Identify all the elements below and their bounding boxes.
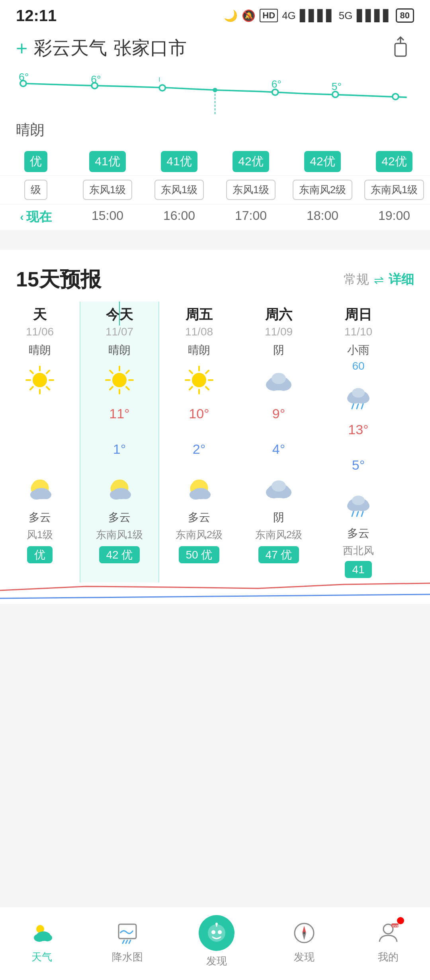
toggle-detail[interactable]: 详细 [389,271,414,288]
date-today: 11/07 [106,325,133,338]
svg-line-32 [110,370,113,373]
svg-point-26 [40,490,51,499]
nav-item-precipitation[interactable]: 降水图 [112,919,143,964]
status-icons: 🌙 🔕 HD 4G ▋▋▋▋ 5G ▋▋▋▋ 80 [224,8,414,23]
rain-map-icon [115,921,139,945]
nav-label-weather: 天气 [31,950,52,964]
cond-night-sat: 阴 [273,510,284,525]
aqi-badge-sun: 41 [345,561,371,578]
nav-label-discover-center: 发现 [206,954,227,968]
wind-badge-4: 东南风2级 [293,180,352,200]
svg-text:6°: 6° [19,73,29,83]
low-temp-fri: 2° [193,441,206,457]
app-title-area: + 彩云天气 张家口市 [16,36,187,61]
add-location-button[interactable]: + [16,37,27,60]
cond-day-sun: 小雨 [347,342,369,358]
signal2-icon: ▋▋▋▋ [357,9,392,22]
forecast-grid[interactable]: 天 11/06 晴朗 [0,302,430,604]
svg-point-85 [215,923,218,925]
icon-night-sat [261,470,297,506]
weekday-thu6: 天 [33,306,47,324]
aqi-row[interactable]: 优 41优 41优 42优 42优 42优 [0,148,430,176]
svg-point-54 [272,373,286,384]
icon-night-fri [181,470,217,506]
svg-line-63 [352,404,354,409]
profile-icon: SVIP [376,921,400,945]
time-row[interactable]: ‹ 现在 15:00 16:00 17:00 18:00 19:00 [0,204,430,230]
svg-line-71 [357,512,358,516]
aqi-cell-3: 42优 [215,148,287,175]
svg-text:5°: 5° [332,80,342,92]
svg-line-21 [47,387,49,390]
svg-point-62 [352,388,365,398]
aqi-badge-today: 42 优 [99,546,140,563]
bottom-nav: 天气 降水图 [0,907,430,980]
wind-today: 东南风1级 [96,528,143,542]
status-bar: 12:11 🌙 🔕 HD 4G ▋▋▋▋ 5G ▋▋▋▋ 80 [0,0,430,28]
svg-text:ˡ: ˡ [158,76,160,88]
svg-point-27 [112,373,127,387]
forecast-col-sat: 周六 11/09 阴 9° 4° [239,302,319,582]
wind-thu6: 风1级 [27,528,53,542]
weekday-today: 今天 [106,306,133,324]
wind-badge-3: 东风1级 [226,180,276,200]
svg-point-69 [352,496,365,505]
nav-item-discover-center[interactable]: 发现 [199,915,235,968]
svg-point-38 [120,490,131,499]
wind-cell-5: 东南风1级 [358,176,430,204]
forecast-scroll: 天 11/06 晴朗 [0,302,430,582]
wind-badge-1: 东风1级 [83,180,132,200]
section-spacer [0,230,430,242]
forecast-toggle[interactable]: 常规 ⇌ 详细 [344,271,414,288]
share-button[interactable] [392,36,414,60]
nav-item-profile[interactable]: SVIP 我的 [374,919,402,964]
nav-item-weather[interactable]: 天气 [28,919,56,964]
forecast-title: 15天预报 [16,266,101,294]
wind-cell-2: 东风1级 [143,176,215,204]
cloud-sun-icon [30,921,54,945]
app-header: + 彩云天气 张家口市 [0,28,430,69]
weekday-fri: 周五 [186,306,213,324]
cond-night-sun: 多云 [347,525,369,541]
aqi-badge-4: 42优 [304,151,340,172]
discover-center-circle [199,915,235,951]
time-cell-1600: 16:00 [143,208,215,226]
aqi-cell-4: 42优 [287,148,358,175]
nav-item-explore[interactable]: 发现 [290,919,318,964]
aqi-badge-1: 41优 [89,151,125,172]
svg-line-44 [190,370,192,373]
time-cell-1900: 19:00 [358,208,430,226]
toggle-normal[interactable]: 常规 [344,271,369,288]
svg-point-4 [159,85,165,91]
svg-line-78 [123,940,124,943]
svg-line-80 [129,940,131,943]
wind-row: 级 东风1级 东风1级 东风1级 东南风2级 东南风1级 [0,176,430,204]
aqi-badge-5: 42优 [376,151,412,172]
time-cell-now: ‹ 现在 [0,208,72,226]
svg-point-50 [199,490,211,499]
compass-icon [292,921,316,945]
svg-line-46 [206,370,209,373]
svg-point-76 [43,934,52,941]
svg-line-70 [352,512,354,516]
app-name: 彩云天气 [34,36,107,61]
svg-point-39 [192,373,206,387]
svg-line-20 [30,370,33,373]
nav-label-explore: 发现 [294,950,315,964]
icon-day-thu6 [22,362,58,398]
cond-night-fri: 多云 [188,510,210,525]
hourly-temp-chart[interactable]: 6° 6° ˡ 6° 5° [0,73,430,116]
svg-point-83 [218,930,222,934]
aqi-badge-sat: 47 优 [258,546,299,563]
nav-icon-weather [28,919,56,947]
nav-icon-explore [290,919,318,947]
high-temp-today: 11° [109,406,129,421]
wind-badge-5: 东南风1级 [364,180,424,200]
svg-point-58 [272,480,286,492]
5g-icon: 5G [339,10,353,22]
icon-day-sun [340,378,376,414]
now-nav: ‹ 现在 [0,208,72,226]
low-temp-sun: 5° [352,457,365,473]
date-sat: 11/09 [265,325,293,338]
aqi-cell-1: 41优 [72,148,143,175]
